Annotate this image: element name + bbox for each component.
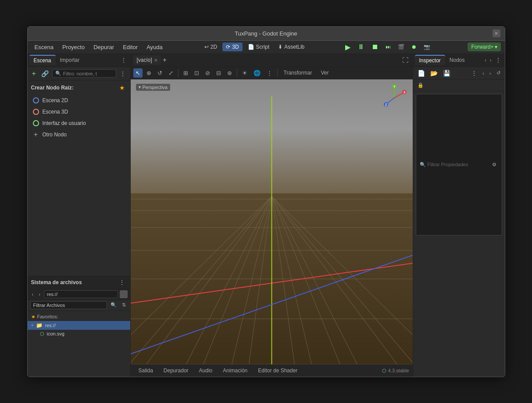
lock-tool[interactable]: ⊘ (203, 68, 212, 78)
filter-search-button[interactable]: 🔍 (109, 301, 118, 309)
inspector-tabs: Inspector Nodos ‹ › ⋮ (413, 54, 505, 67)
fs-item-icon-svg[interactable]: ⬡ icon.svg (28, 330, 130, 338)
script-button[interactable]: 📄 Script (244, 43, 273, 51)
menu-depurar[interactable]: Depurar (90, 43, 118, 52)
star-icon: ★ (31, 314, 36, 320)
path-back-button[interactable]: ‹ (30, 291, 36, 298)
fs-item-res[interactable]: ▾ 📁 res:// (28, 321, 130, 330)
node-interfaz-usuario[interactable]: Interfaz de usuario (28, 118, 130, 129)
filter-properties-icon: 🔍 (420, 162, 426, 168)
version-badge: ⬡ 4.3.stable (382, 368, 409, 374)
svg-line-29 (394, 93, 404, 98)
viewport-tab-empty[interactable]: [vacío] ✕ (133, 55, 161, 65)
create-root-header: Crear Nodo Raíz: ★ (28, 81, 130, 95)
close-button[interactable]: ✕ (493, 29, 500, 37)
shader-tool[interactable]: ⊛ (225, 68, 234, 78)
filter-sort-button[interactable]: ⇅ (120, 301, 128, 309)
fullscreen-button[interactable]: ⛶ (400, 56, 410, 64)
inspector-forward-button[interactable]: › (488, 57, 493, 64)
node-plus-icon: + (33, 132, 39, 138)
step-button[interactable]: ⏭ (383, 43, 393, 51)
light-tool[interactable]: ☀ (240, 68, 250, 78)
play-button[interactable]: ▶ (343, 42, 353, 52)
tab-depurador[interactable]: Depurador (159, 366, 193, 375)
chevron-down-icon: ▾ (495, 44, 497, 50)
global-tool[interactable]: 🌐 (251, 68, 263, 78)
tab-scene[interactable]: Escena (29, 55, 56, 65)
filesystem-tree: ★ Favoritos: ▾ 📁 res:// ⬡ icon.svg (28, 311, 130, 377)
add-node-button[interactable]: + (30, 69, 38, 78)
tab-import[interactable]: Importar (56, 55, 84, 65)
collapse-arrow: ▾ (31, 323, 33, 328)
menu-editor[interactable]: Editor (119, 43, 141, 52)
node-otro-nodo[interactable]: + Otro Nodo (28, 129, 130, 140)
menu-ayuda[interactable]: Ayuda (143, 43, 166, 52)
svg-text:Z: Z (385, 103, 387, 106)
path-square-button[interactable] (120, 290, 128, 298)
mode-3d-button[interactable]: ⟳ 3D (222, 43, 242, 51)
mode-2d-button[interactable]: ↩ 2D (201, 43, 221, 51)
tab-close-icon[interactable]: ✕ (154, 58, 157, 63)
node-escena-3d[interactable]: Escena 3D (28, 106, 130, 118)
new-tab-button[interactable]: + (161, 55, 168, 65)
inspector-toolbar: 📄 📂 💾 ⋮ ‹ › ↺ (413, 67, 505, 80)
record-button[interactable]: ⏺ (409, 43, 419, 51)
folder-open-button[interactable]: 📂 (428, 69, 439, 78)
scene-options-button[interactable]: ⋮ (118, 69, 128, 78)
file-new-button[interactable]: 📄 (416, 69, 427, 78)
select-tool[interactable]: ↖ (133, 68, 143, 78)
mode-3d-icon: ⟳ (226, 44, 230, 50)
path-input[interactable]: res:// (44, 290, 118, 298)
stop-button[interactable]: ⏹ (369, 42, 381, 52)
mode-toolbar: ↩ 2D ⟳ 3D 📄 Script ⬇ AssetLib (201, 43, 308, 51)
inspector-history-button[interactable]: ↺ (495, 69, 502, 77)
inspector-menu-button[interactable]: ⋮ (493, 56, 503, 64)
forward-button[interactable]: Forward+ ▾ (468, 43, 501, 51)
node-escena-2d[interactable]: Escena 2D (28, 95, 130, 106)
inspector-options-button[interactable]: ⋮ (469, 69, 479, 78)
viewport-3d[interactable]: ▾ Perspectiva Y X (131, 79, 413, 364)
inspector-nav-forward[interactable]: › (488, 70, 493, 77)
pause-button[interactable]: ⏸ (355, 42, 367, 52)
scene-menu-button[interactable]: ⋮ (119, 56, 129, 64)
node-3d-icon (33, 109, 39, 115)
tab-salida[interactable]: Salida (134, 366, 157, 375)
tab-animacion[interactable]: Animación (218, 366, 252, 375)
inspector-back-button[interactable]: ‹ (483, 57, 488, 64)
right-panel: Inspector Nodos ‹ › ⋮ 📄 📂 💾 ⋮ ‹ › ↺ 🔒 (413, 54, 505, 377)
filter-settings-button[interactable]: ⚙ (490, 161, 498, 168)
transform-label[interactable]: Transformar (280, 68, 316, 77)
tab-inspector[interactable]: Inspector (415, 55, 445, 65)
scene-node-list: Escena 2D Escena 3D Interfaz de usuario … (28, 95, 130, 276)
tab-audio[interactable]: Audio (195, 366, 217, 375)
grid-tool[interactable]: ⊞ (181, 68, 190, 78)
view-label[interactable]: Ver (317, 68, 332, 77)
filter-input[interactable]: Filtrar Archivos (30, 301, 107, 309)
move-tool[interactable]: ⊕ (144, 68, 154, 78)
group-tool[interactable]: ⊟ (214, 68, 223, 78)
lock-scene-button[interactable]: 🔒 (416, 82, 425, 89)
assetlib-button[interactable]: ⬇ AssetLib (275, 43, 308, 51)
rotate-tool[interactable]: ↺ (155, 68, 164, 78)
movie-button[interactable]: 🎬 (395, 43, 407, 51)
window-title: TuxPang - Godot Engine (235, 30, 297, 37)
inspector-content (413, 238, 505, 377)
scale-tool[interactable]: ⤢ (166, 68, 175, 78)
favorites-label: ★ Favoritos: (28, 313, 130, 321)
menu-escena[interactable]: Escena (31, 43, 57, 52)
more-tool[interactable]: ⋮ (264, 68, 275, 78)
gizmo-svg: Y X Z (381, 85, 407, 111)
viewport-canvas (131, 79, 413, 364)
snap-tool[interactable]: ⊡ (192, 68, 201, 78)
filesystem-menu-button[interactable]: ⋮ (117, 278, 127, 287)
camera-button[interactable]: 📷 (421, 43, 433, 51)
save-button[interactable]: 💾 (441, 69, 452, 78)
menu-proyecto[interactable]: Proyecto (59, 43, 88, 52)
path-forward-button[interactable]: › (37, 291, 42, 298)
tab-editor-shader[interactable]: Editor de Shader (254, 366, 302, 375)
inspector-nav-back[interactable]: ‹ (481, 70, 486, 77)
tab-nodes[interactable]: Nodos (445, 55, 469, 65)
perspective-label: ▾ Perspectiva (136, 84, 170, 91)
star-button[interactable]: ★ (118, 83, 127, 92)
link-button[interactable]: 🔗 (39, 69, 50, 78)
